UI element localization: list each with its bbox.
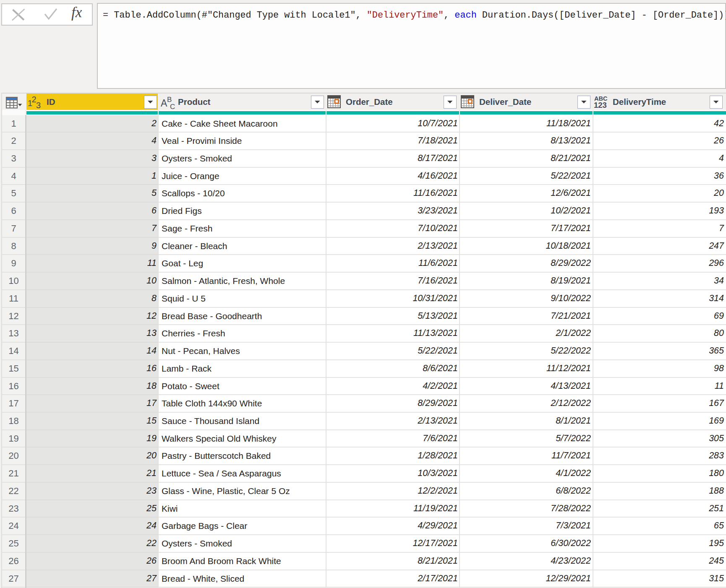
svg-text:A: A [161, 98, 167, 109]
svg-text:C: C [170, 103, 175, 111]
svg-text:3: 3 [36, 101, 41, 110]
svg-text:2: 2 [32, 95, 37, 104]
svg-text:123: 123 [594, 101, 607, 109]
